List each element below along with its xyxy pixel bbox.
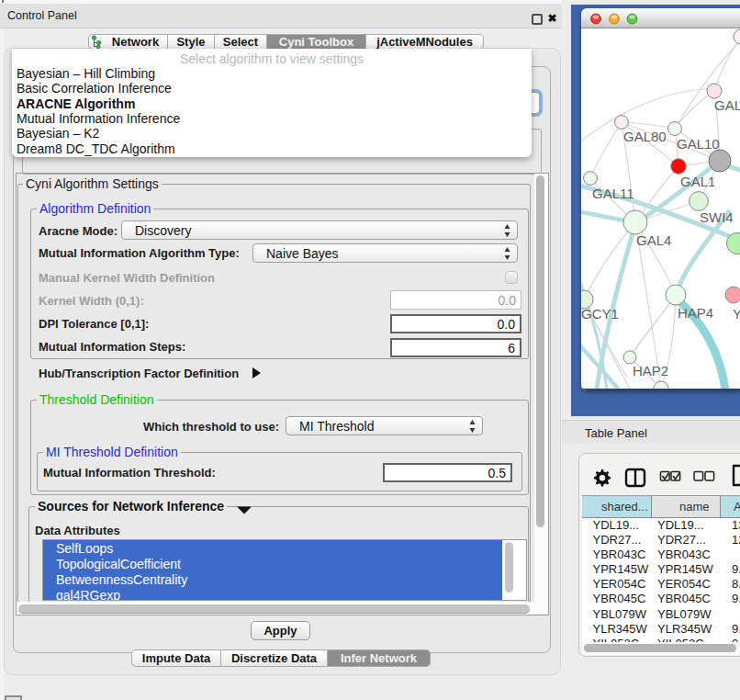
svg-text:GCY1: GCY1: [581, 306, 619, 322]
svg-text:HAP4: HAP4: [678, 305, 713, 321]
svg-text:GAL80: GAL80: [623, 129, 667, 144]
svg-text:HAP2: HAP2: [633, 363, 668, 378]
svg-text:GAL1: GAL1: [680, 174, 715, 189]
svg-text:GAL7: GAL7: [714, 97, 740, 113]
svg-text:GAL11: GAL11: [592, 186, 634, 201]
svg-text:Y: Y: [733, 306, 740, 322]
svg-text:GAL4: GAL4: [636, 232, 671, 248]
svg-text:SWI4: SWI4: [700, 209, 734, 225]
svg-text:GAL10: GAL10: [677, 136, 720, 152]
